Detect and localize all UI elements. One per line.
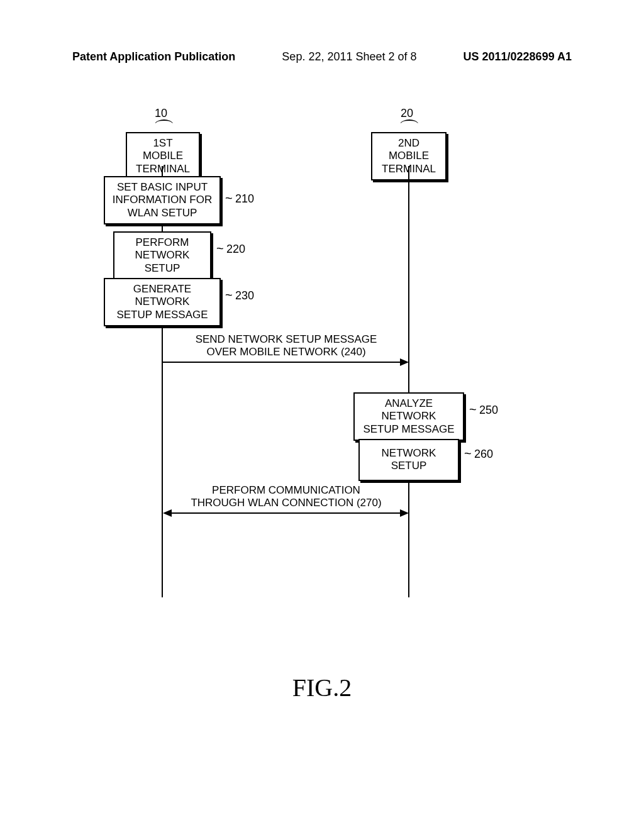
header-right: US 2011/0228699 A1 <box>464 50 572 64</box>
ref-230: 230 <box>235 289 254 302</box>
step-210-label: SET BASIC INPUT INFORMATION FOR WLAN SET… <box>113 181 212 219</box>
tilde-icon: ~ <box>464 446 472 461</box>
ref-250: 250 <box>479 404 498 417</box>
arrow-right-icon <box>400 509 409 517</box>
lifeline-1 <box>162 166 163 176</box>
msg-240: SEND NETWORK SETUP MESSAGE OVER MOBILE N… <box>189 333 384 359</box>
lifeline-2-c <box>408 467 409 597</box>
step-250: ANALYZE NETWORK SETUP MESSAGE <box>353 392 464 441</box>
step-220-label: PERFORM NETWORK SETUP <box>135 236 190 274</box>
step-250-label: ANALYZE NETWORK SETUP MESSAGE <box>363 397 454 435</box>
step-220: PERFORM NETWORK SETUP <box>113 231 211 280</box>
lifeline-1-d <box>162 312 163 597</box>
tilde-icon: ~ <box>216 241 224 256</box>
figure-label: FIG.2 <box>0 673 644 702</box>
terminal-1-label: 1ST MOBILE TERMINAL <box>136 137 190 175</box>
page-header: Patent Application Publication Sep. 22, … <box>0 50 644 64</box>
step-260: NETWORK SETUP <box>358 439 459 481</box>
sequence-diagram: 10 ⏜ 20 ⏜ 1ST MOBILE TERMINAL 2ND MOBILE… <box>0 101 644 667</box>
arrow-270-line <box>170 512 401 514</box>
arrow-240-line <box>163 362 402 363</box>
tilde-icon: ~ <box>225 288 233 302</box>
tilde-icon: ~ <box>469 402 477 417</box>
step-230: GENERATE NETWORK SETUP MESSAGE <box>104 278 221 326</box>
terminal-1: 1ST MOBILE TERMINAL <box>126 132 200 180</box>
ref-220: 220 <box>226 243 245 256</box>
header-left: Patent Application Publication <box>72 50 235 64</box>
step-210: SET BASIC INPUT INFORMATION FOR WLAN SET… <box>104 176 221 224</box>
msg-270: PERFORM COMMUNICATION THROUGH WLAN CONNE… <box>186 484 387 510</box>
arrow-right-icon <box>400 358 409 366</box>
ref-260: 260 <box>474 448 493 461</box>
step-260-label: NETWORK SETUP <box>382 447 436 472</box>
step-230-label: GENERATE NETWORK SETUP MESSAGE <box>116 283 208 321</box>
ref-210: 210 <box>235 192 254 206</box>
arrow-left-icon <box>163 509 172 517</box>
tilde-icon: ~ <box>225 191 233 206</box>
header-center: Sep. 22, 2011 Sheet 2 of 8 <box>282 50 416 64</box>
